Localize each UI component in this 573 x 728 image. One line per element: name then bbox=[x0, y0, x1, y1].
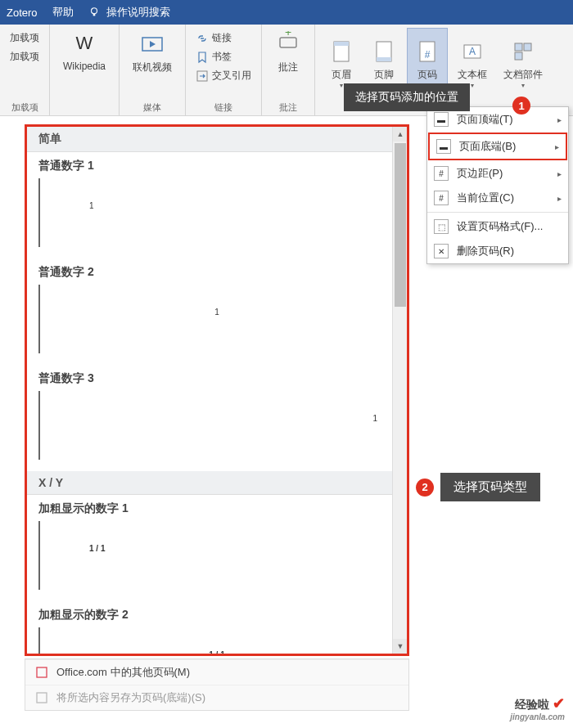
scrollbar[interactable]: ▲ ▼ bbox=[392, 127, 407, 654]
parts-icon bbox=[510, 38, 536, 65]
gallery-category: X / Y bbox=[27, 471, 407, 495]
menu-current-pos[interactable]: # 当前位置(C)▸ bbox=[427, 186, 568, 210]
menu-format-number[interactable]: ⬚ 设置页码格式(F)... bbox=[427, 214, 568, 239]
svg-text:W: W bbox=[76, 33, 93, 53]
svg-rect-6 bbox=[280, 38, 296, 47]
svg-marker-4 bbox=[150, 41, 156, 47]
preview: 1 bbox=[38, 178, 395, 247]
ribbon-group-addins: 加载项 加载项 加载项 bbox=[0, 25, 50, 115]
office-icon bbox=[35, 666, 48, 679]
link-button[interactable]: 链接 bbox=[192, 29, 255, 47]
gallery-item[interactable]: 普通数字 3 1 bbox=[27, 365, 407, 471]
scroll-up-icon[interactable]: ▲ bbox=[393, 127, 408, 142]
callout-2: 2 选择页码类型 bbox=[416, 473, 540, 501]
crossref-icon bbox=[196, 70, 209, 83]
remove-icon: ✕ bbox=[434, 244, 449, 258]
bookmark-button[interactable]: 书签 bbox=[192, 48, 255, 65]
addin-item[interactable]: 加载项 bbox=[7, 48, 43, 65]
doc-parts-button[interactable]: 文档部件▾ bbox=[497, 28, 549, 100]
textbox-icon: A bbox=[459, 38, 485, 65]
scroll-down-icon[interactable]: ▼ bbox=[393, 639, 408, 654]
crossref-button[interactable]: 交叉引用 bbox=[192, 67, 255, 84]
svg-rect-17 bbox=[524, 43, 531, 51]
callout-number: 2 bbox=[416, 479, 434, 497]
group-label: 媒体 bbox=[143, 101, 161, 114]
save-selection[interactable]: 将所选内容另存为页码(底端)(S) bbox=[25, 685, 408, 710]
current-pos-icon: # bbox=[434, 191, 449, 205]
footer-icon bbox=[371, 38, 397, 65]
comment-icon: + bbox=[275, 31, 301, 57]
page-margin-icon: # bbox=[434, 166, 449, 181]
check-icon: ✔ bbox=[553, 695, 565, 712]
online-video-button[interactable]: 联机视频 bbox=[126, 28, 178, 78]
menu-separator bbox=[427, 212, 568, 213]
svg-rect-1 bbox=[92, 14, 95, 16]
group-label: 链接 bbox=[214, 101, 232, 114]
title-bar: Zotero 帮助 操作说明搜索 bbox=[0, 0, 573, 25]
preview: 1 / 1 bbox=[38, 627, 395, 654]
gallery-item-title: 普通数字 1 bbox=[38, 159, 395, 173]
video-icon bbox=[139, 31, 165, 57]
svg-text:+: + bbox=[285, 31, 291, 38]
watermark: 经验啦 ✔ jingyanla.com bbox=[510, 694, 565, 721]
svg-rect-11 bbox=[377, 57, 391, 61]
callout-text: 选择页码类型 bbox=[440, 473, 540, 501]
page-number-icon: # bbox=[414, 38, 440, 65]
page-number-gallery: 简单 普通数字 1 1 普通数字 2 1 普通数字 3 1 X / Y 加粗显示… bbox=[25, 124, 409, 656]
svg-rect-19 bbox=[37, 667, 47, 677]
menu-page-margin[interactable]: # 页边距(P)▸ bbox=[427, 161, 568, 186]
svg-rect-18 bbox=[515, 52, 522, 60]
menu-remove-number[interactable]: ✕ 删除页码(R) bbox=[427, 239, 568, 263]
ribbon-group-comments: + 批注 批注 bbox=[262, 25, 315, 115]
preview: 1 bbox=[38, 285, 395, 353]
gallery-category: 简单 bbox=[27, 127, 407, 152]
svg-rect-16 bbox=[515, 43, 522, 51]
app-name: Zotero bbox=[7, 7, 38, 19]
tooltip: 选择页码添加的位置 bbox=[344, 83, 470, 111]
gallery-footer: Office.com 中的其他页码(M) 将所选内容另存为页码(底端)(S) bbox=[25, 658, 409, 711]
group-label: 加载项 bbox=[11, 101, 38, 114]
gallery-item-title: 加粗显示的数字 1 bbox=[38, 501, 395, 516]
page-number-menu: ▬ 页面顶端(T)▸ ▬ 页面底端(B)▸ # 页边距(P)▸ # 当前位置(C… bbox=[426, 106, 569, 264]
preview: 1 / 1 bbox=[38, 521, 395, 590]
callout-number: 1 bbox=[512, 97, 530, 115]
lightbulb-icon bbox=[88, 7, 100, 18]
svg-rect-20 bbox=[37, 693, 47, 703]
gallery-item[interactable]: 普通数字 2 1 bbox=[27, 258, 407, 365]
wikipedia-button[interactable]: W Wikipedia bbox=[56, 28, 112, 75]
tell-me-search[interactable]: 操作说明搜索 bbox=[106, 5, 170, 20]
ribbon-group-links: 链接 书签 交叉引用 链接 bbox=[186, 25, 262, 115]
wikipedia-icon: W bbox=[71, 31, 97, 57]
gallery-item-title: 普通数字 2 bbox=[38, 265, 395, 280]
addin-item[interactable]: 加载项 bbox=[7, 29, 43, 47]
scroll-thumb[interactable] bbox=[395, 143, 406, 307]
ribbon-group-wikipedia: W Wikipedia bbox=[50, 25, 120, 115]
gallery-item-title: 加粗显示的数字 2 bbox=[38, 608, 395, 622]
page-bottom-icon: ▬ bbox=[436, 139, 451, 154]
comment-button[interactable]: + 批注 bbox=[268, 28, 308, 78]
svg-point-0 bbox=[91, 8, 97, 14]
svg-text:A: A bbox=[469, 46, 476, 57]
svg-text:#: # bbox=[425, 49, 431, 61]
save-icon bbox=[35, 691, 48, 704]
help-menu[interactable]: 帮助 bbox=[52, 5, 74, 20]
svg-rect-9 bbox=[334, 42, 349, 46]
page-top-icon: ▬ bbox=[434, 112, 449, 127]
menu-page-bottom[interactable]: ▬ 页面底端(B)▸ bbox=[428, 133, 567, 160]
format-icon: ⬚ bbox=[434, 219, 449, 234]
gallery-item[interactable]: 加粗显示的数字 2 1 / 1 bbox=[27, 601, 407, 654]
ribbon: 加载项 加载项 加载项 W Wikipedia 联机视频 媒体 链接 书签 交叉… bbox=[0, 25, 573, 116]
bookmark-icon bbox=[196, 51, 209, 64]
gallery-item-title: 普通数字 3 bbox=[38, 371, 395, 386]
gallery-item[interactable]: 加粗显示的数字 1 1 / 1 bbox=[27, 495, 407, 601]
header-icon bbox=[328, 38, 354, 65]
ribbon-group-media: 联机视频 媒体 bbox=[120, 25, 186, 115]
link-icon bbox=[196, 32, 209, 45]
gallery-item[interactable]: 普通数字 1 1 bbox=[27, 152, 407, 258]
preview: 1 bbox=[38, 391, 395, 460]
more-from-office[interactable]: Office.com 中的其他页码(M) bbox=[25, 659, 408, 685]
group-label: 批注 bbox=[279, 101, 297, 114]
callout-1: 1 bbox=[512, 97, 530, 115]
